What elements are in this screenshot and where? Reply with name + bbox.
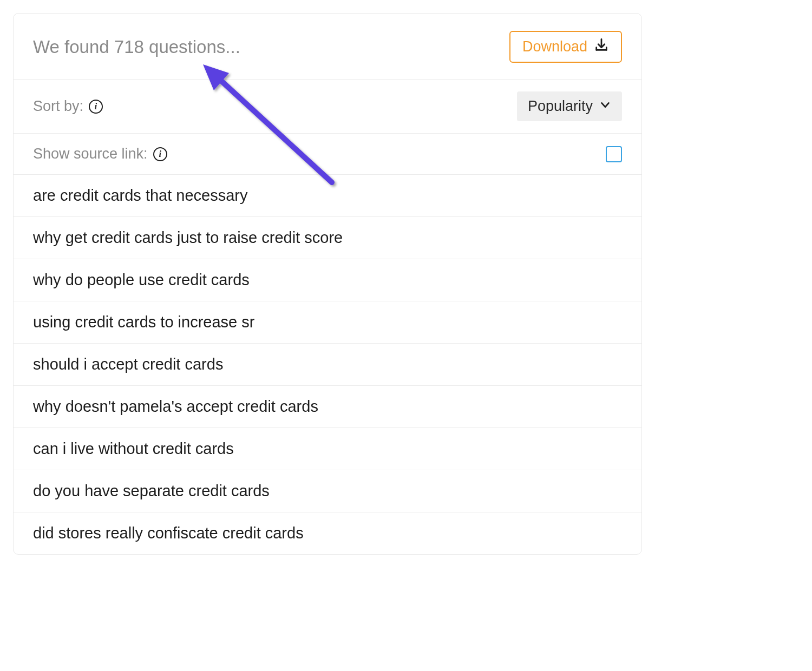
download-button-label: Download — [522, 38, 587, 55]
list-item[interactable]: can i live without credit cards — [14, 428, 641, 470]
sort-label: Sort by: — [33, 98, 83, 115]
list-item[interactable]: are credit cards that necessary — [14, 175, 641, 217]
list-item[interactable]: did stores really confiscate credit card… — [14, 512, 641, 554]
source-link-label-group: Show source link: i — [33, 146, 167, 162]
list-item[interactable]: should i accept credit cards — [14, 344, 641, 386]
sort-label-group: Sort by: i — [33, 98, 103, 115]
chevron-down-icon — [599, 98, 611, 115]
download-button[interactable]: Download — [509, 31, 622, 63]
results-count-title: We found 718 questions... — [33, 37, 240, 57]
list-item[interactable]: why get credit cards just to raise credi… — [14, 217, 641, 259]
list-item[interactable]: why doesn't pamela's accept credit cards — [14, 386, 641, 428]
list-item[interactable]: using credit cards to increase sr — [14, 301, 641, 344]
download-icon — [594, 37, 609, 56]
results-header: We found 718 questions... Download — [14, 14, 641, 80]
source-link-row: Show source link: i — [14, 134, 641, 175]
info-icon[interactable]: i — [153, 147, 167, 161]
results-card: We found 718 questions... Download Sort … — [13, 13, 642, 555]
list-item[interactable]: do you have separate credit cards — [14, 470, 641, 512]
sort-selected-value: Popularity — [528, 98, 593, 115]
info-icon[interactable]: i — [89, 100, 103, 114]
questions-list: are credit cards that necessary why get … — [14, 175, 641, 554]
source-link-checkbox[interactable] — [606, 146, 622, 162]
source-link-label: Show source link: — [33, 146, 148, 162]
list-item[interactable]: why do people use credit cards — [14, 259, 641, 301]
sort-select[interactable]: Popularity — [517, 91, 622, 121]
sort-row: Sort by: i Popularity — [14, 80, 641, 134]
